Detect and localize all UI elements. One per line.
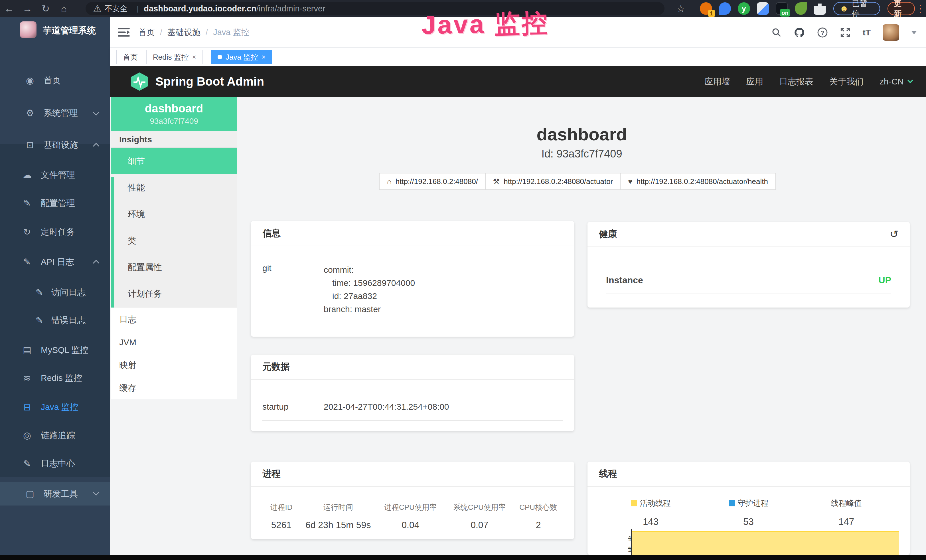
sidebar-item-files[interactable]: 文件管理 <box>0 164 110 186</box>
sidebar-item-mysql[interactable]: MySQL 监控 <box>0 339 110 361</box>
legend-label: 活动线程 <box>640 498 671 509</box>
extension-y-icon[interactable]: y <box>738 2 750 15</box>
extension-tampermonkey-icon[interactable]: on <box>776 2 788 15</box>
navbar-actions: ? <box>772 17 917 48</box>
sba-sidebar-item-logfile[interactable]: 日志 <box>111 308 237 331</box>
status-badge: UP <box>879 275 891 286</box>
sidebar-item-api-log[interactable]: API 日志 <box>0 251 110 273</box>
sba-nav-language[interactable]: zh-CN <box>879 77 912 86</box>
sidebar-item-system[interactable]: 系统管理 <box>0 102 110 124</box>
active-dot-icon <box>218 55 222 59</box>
browser-menu-icon[interactable] <box>915 3 926 14</box>
git-label: git <box>262 263 324 316</box>
sidebar-item-trace[interactable]: 链路追踪 <box>0 424 110 446</box>
sidebar-item-log-center[interactable]: 日志中心 <box>0 453 110 474</box>
browser-reload-icon[interactable] <box>36 3 55 14</box>
bookmark-star-icon[interactable] <box>672 3 690 14</box>
breadcrumb-infra[interactable]: 基础设施 <box>167 27 200 38</box>
sba-sidebar-item-beans[interactable]: 类 <box>111 227 237 254</box>
edit-icon <box>21 198 33 209</box>
chevron-down-icon <box>93 109 100 116</box>
edit-icon <box>34 287 45 298</box>
extension-puzzle-icon[interactable] <box>814 2 826 15</box>
row-divider <box>606 294 891 294</box>
text-size-icon[interactable] <box>863 28 871 37</box>
health-url-button[interactable]: http://192.168.0.2:48080/actuator/health <box>620 173 776 190</box>
sidebar-item-label: API 日志 <box>41 256 74 268</box>
metadata-card: 元数据 startup 2021-04-27T00:44:31.254+08:0… <box>251 354 574 431</box>
app-title: 芋道管理系统 <box>43 24 96 36</box>
extension-leaf-icon[interactable] <box>795 2 807 15</box>
eye-icon <box>21 430 33 441</box>
sba-sidebar-item-env[interactable]: 环境 <box>111 201 237 227</box>
sidebar-item-home[interactable]: 首页 <box>0 70 110 91</box>
actuator-url-button[interactable]: http://192.168.0.2:48080/actuator <box>486 173 620 190</box>
active-threads-area <box>632 531 899 555</box>
service-url-button[interactable]: http://192.168.0.2:48080/ <box>379 173 486 190</box>
extension-colorzilla-icon[interactable]: 1 <box>700 2 712 15</box>
help-icon[interactable]: ? <box>817 27 828 38</box>
sidebar-item-error-log[interactable]: 错误日志 <box>0 310 110 331</box>
address-bar[interactable]: 不安全 | dashboard.yudao.iocoder.cn /infra/… <box>86 2 664 15</box>
hamburger-icon[interactable] <box>118 27 130 38</box>
page-title: dashboard <box>408 124 756 144</box>
tab-java[interactable]: Java 监控 <box>211 50 272 64</box>
legend-label: 线程峰值 <box>831 498 862 509</box>
chevron-up-icon <box>93 143 100 150</box>
tab-label: 首页 <box>123 50 138 64</box>
breadcrumb-current: Java 监控 <box>213 27 249 38</box>
close-icon[interactable] <box>192 50 196 64</box>
process-col-cpu: 进程CPU使用率 0.04 <box>376 502 445 530</box>
browser-back-icon[interactable] <box>0 3 18 14</box>
sidebar-item-label: 日志中心 <box>41 458 75 469</box>
chevron-down-icon <box>908 77 913 83</box>
tab-home[interactable]: 首页 <box>117 50 144 64</box>
sidebar-item-java[interactable]: Java 监控 <box>0 396 110 418</box>
sba-sidebar-item-jvm[interactable]: JVM <box>111 331 237 354</box>
instance-label: Instance <box>606 275 643 286</box>
edit-icon <box>21 458 33 469</box>
legend-active-threads: 活动线程 <box>602 498 699 509</box>
close-icon[interactable] <box>262 50 265 64</box>
sidebar-item-dev-tools[interactable]: 研发工具 <box>0 482 110 506</box>
caret-down-icon[interactable] <box>911 31 917 34</box>
sba-nav-journal[interactable]: 日志报表 <box>779 76 813 88</box>
github-icon[interactable] <box>794 27 805 38</box>
process-table: 进程ID 5261 运行时间 6d 23h 15m 59s 进程CPU使用率 0… <box>251 502 574 530</box>
sidebar-item-redis[interactable]: Redis 监控 <box>0 367 110 389</box>
sidebar-item-infra[interactable]: 基础设施 <box>0 134 110 156</box>
sba-sidebar-item-caches[interactable]: 缓存 <box>111 377 237 400</box>
search-icon[interactable] <box>772 27 782 38</box>
tab-redis[interactable]: Redis 监控 <box>146 50 203 64</box>
extension-grid-icon[interactable] <box>757 2 769 15</box>
sba-sidebar-item-metrics[interactable]: 性能 <box>111 174 237 201</box>
monitor-icon <box>21 402 33 413</box>
breadcrumb-home[interactable]: 首页 <box>138 27 155 38</box>
sidebar-item-jobs[interactable]: 定时任务 <box>0 221 110 243</box>
column-value: 6d 23h 15m 59s <box>300 520 376 530</box>
paused-badge[interactable]: 已暂停 <box>833 2 880 15</box>
sidebar-item-access-log[interactable]: 访问日志 <box>0 282 110 303</box>
sba-brand: Spring Boot Admin <box>156 75 264 88</box>
sba-sidebar-item-scheduled[interactable]: 计划任务 <box>111 280 237 307</box>
sba-sidebar-item-configprops[interactable]: 配置属性 <box>111 254 237 280</box>
avatar[interactable] <box>883 24 899 41</box>
sba-sidebar-item-details[interactable]: 细节 <box>111 148 237 174</box>
chevron-up-icon <box>93 260 100 266</box>
sidebar-item-label: 研发工具 <box>44 488 78 500</box>
sba-nav-about[interactable]: 关于我们 <box>829 76 864 88</box>
sba-nav-applications[interactable]: 应用 <box>746 76 763 88</box>
sidebar-item-config[interactable]: 配置管理 <box>0 192 110 214</box>
startup-row: startup 2021-04-27T00:44:31.254+08:00 <box>251 402 574 412</box>
sba-nav-wallboard[interactable]: 应用墙 <box>704 76 730 88</box>
update-button[interactable]: 更新 <box>888 2 915 15</box>
scrollbar-thumb[interactable] <box>111 177 114 307</box>
history-icon[interactable] <box>890 228 898 240</box>
sba-sidebar-item-mappings[interactable]: 映射 <box>111 354 237 377</box>
browser-home-icon[interactable] <box>55 3 73 14</box>
extension-pin-icon[interactable] <box>719 2 731 15</box>
health-instance-row[interactable]: Instance UP <box>587 275 910 286</box>
threads-card-header: 线程 <box>587 462 910 487</box>
browser-forward-icon[interactable] <box>18 3 36 14</box>
fullscreen-icon[interactable] <box>840 27 851 38</box>
